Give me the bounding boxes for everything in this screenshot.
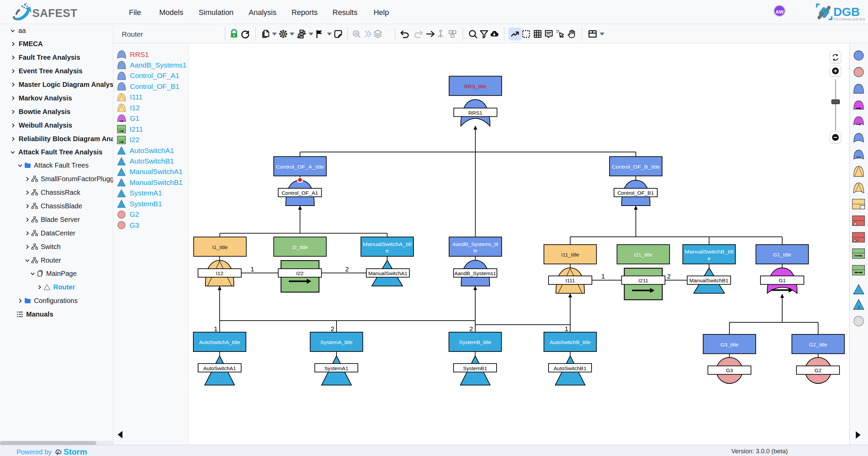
svg-text:G3: G3 xyxy=(726,367,733,373)
svg-text:AandB_Systems1: AandB_Systems1 xyxy=(454,270,496,276)
svg-text:le: le xyxy=(473,248,477,253)
svg-text:DGB: DGB xyxy=(833,5,860,18)
svg-text:ManualSwitchA1: ManualSwitchA1 xyxy=(368,270,407,276)
svg-text:AutoSwitchB_title: AutoSwitchB_title xyxy=(550,339,591,345)
svg-text:I111: I111 xyxy=(565,278,575,283)
svg-text:G2_title: G2_title xyxy=(809,342,827,347)
svg-text:ManualSwitchA_titl: ManualSwitchA_titl xyxy=(363,241,412,247)
svg-text:1: 1 xyxy=(251,266,254,273)
svg-text:AutoSwitchA1: AutoSwitchA1 xyxy=(203,365,236,371)
svg-text:TECHNOLOGIES: TECHNOLOGIES xyxy=(834,17,866,21)
svg-text:1: 1 xyxy=(565,325,568,332)
svg-text:G1: G1 xyxy=(779,278,786,283)
svg-text:RRS1: RRS1 xyxy=(468,110,482,116)
svg-text:AutoSwitchB1: AutoSwitchB1 xyxy=(554,365,586,371)
svg-text:e: e xyxy=(386,248,389,253)
svg-text:1: 1 xyxy=(601,273,605,280)
svg-text:I12: I12 xyxy=(216,270,224,276)
svg-text:I211: I211 xyxy=(638,278,648,283)
svg-text:G1_title: G1_title xyxy=(773,252,791,258)
svg-text:2: 2 xyxy=(469,325,473,332)
svg-text:Control_OF_B1: Control_OF_B1 xyxy=(617,190,654,196)
svg-text:2: 2 xyxy=(331,325,334,332)
svg-text:I2_title: I2_title xyxy=(292,244,308,250)
svg-text:Control_OF_A_title: Control_OF_A_title xyxy=(276,164,324,170)
svg-text:E: E xyxy=(858,306,860,309)
svg-text:2: 2 xyxy=(345,266,349,273)
svg-text:G3_title: G3_title xyxy=(720,342,738,347)
svg-text:I1_title: I1_title xyxy=(212,244,228,250)
svg-text:SystemB_title: SystemB_title xyxy=(459,339,491,345)
svg-text:Control_OF_A1: Control_OF_A1 xyxy=(282,190,318,196)
svg-text:I22: I22 xyxy=(296,270,304,276)
svg-text:AutoSwitchA_title: AutoSwitchA_title xyxy=(199,339,240,345)
svg-text:e: e xyxy=(708,255,711,261)
svg-text:SAFEST: SAFEST xyxy=(32,7,77,19)
svg-text:SystemB1: SystemB1 xyxy=(463,365,487,371)
svg-text:I11_title: I11_title xyxy=(561,252,579,258)
svg-text:ManualSwitchB_titl: ManualSwitchB_titl xyxy=(685,249,734,254)
svg-text:SystemA1: SystemA1 xyxy=(324,365,348,371)
svg-text:Control_OF_B_title: Control_OF_B_title xyxy=(612,164,660,170)
svg-text:ManualSwitchB1: ManualSwitchB1 xyxy=(689,278,728,283)
svg-text:2: 2 xyxy=(667,273,671,280)
svg-text:k/n: k/n xyxy=(856,156,861,159)
svg-text:AandB_Systems_tit: AandB_Systems_tit xyxy=(452,241,499,247)
svg-text:I21_title: I21_title xyxy=(634,252,652,258)
svg-text:P: P xyxy=(856,239,859,242)
svg-text:G2: G2 xyxy=(814,367,822,373)
svg-text:SystemA_title: SystemA_title xyxy=(321,339,353,345)
svg-text:1: 1 xyxy=(214,325,218,332)
svg-text:RRS_title: RRS_title xyxy=(464,83,486,89)
